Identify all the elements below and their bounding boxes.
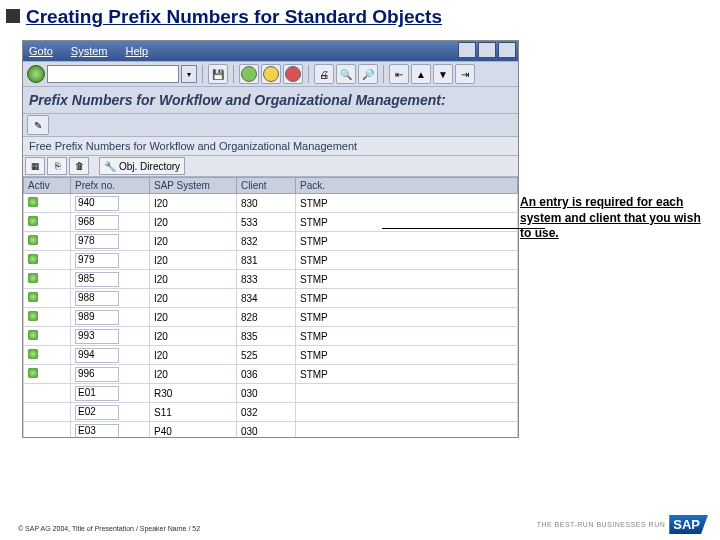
cell-activ (24, 384, 71, 403)
cell-system: P40 (150, 422, 237, 438)
new-entry-icon[interactable]: ▦ (25, 157, 45, 175)
enter-icon[interactable] (27, 65, 45, 83)
table-row[interactable]: 996I20036STMP (24, 365, 518, 384)
prev-page-icon[interactable]: ▲ (411, 64, 431, 84)
active-icon (28, 254, 38, 264)
callout-text: An entry is required for each system and… (520, 195, 705, 242)
table-row[interactable]: 985I20833STMP (24, 270, 518, 289)
cell-system: I20 (150, 232, 237, 251)
col-system: SAP System (150, 178, 237, 194)
table-row[interactable]: E01R30030 (24, 384, 518, 403)
cell-activ (24, 403, 71, 422)
col-prefix: Prefx no. (71, 178, 150, 194)
window-btn-3[interactable] (498, 42, 516, 58)
cell-activ (24, 327, 71, 346)
window-btn-1[interactable] (458, 42, 476, 58)
menu-help[interactable]: Help (126, 45, 149, 57)
cell-pack: STMP (296, 270, 518, 289)
cell-system: S11 (150, 403, 237, 422)
cell-prefix[interactable]: 985 (71, 270, 150, 289)
cell-prefix[interactable]: 979 (71, 251, 150, 270)
cell-client: 030 (237, 422, 296, 438)
cell-pack (296, 403, 518, 422)
table-row[interactable]: E02S11032 (24, 403, 518, 422)
grid-container: Activ Prefx no. SAP System Client Pack. … (23, 177, 518, 437)
cell-activ (24, 422, 71, 438)
cell-prefix[interactable]: 994 (71, 346, 150, 365)
command-dropdown[interactable]: ▾ (181, 65, 197, 83)
window-btn-2[interactable] (478, 42, 496, 58)
title-bullet (6, 9, 20, 23)
cell-client: 032 (237, 403, 296, 422)
back-icon[interactable] (239, 64, 259, 84)
table-row[interactable]: E03P40030 (24, 422, 518, 438)
table-row[interactable]: 940I20830STMP (24, 194, 518, 213)
menu-system[interactable]: System (71, 45, 108, 57)
display-change-icon[interactable]: ✎ (27, 115, 49, 135)
cell-client: 533 (237, 213, 296, 232)
cell-prefix[interactable]: 940 (71, 194, 150, 213)
screen-title: Prefix Numbers for Workflow and Organiza… (23, 87, 518, 114)
cell-pack: STMP (296, 251, 518, 270)
sap-tagline: THE BEST-RUN BUSINESSES RUN (537, 521, 666, 528)
next-page-icon[interactable]: ▼ (433, 64, 453, 84)
active-icon (28, 349, 38, 359)
cell-prefix[interactable]: 993 (71, 327, 150, 346)
col-activ: Activ (24, 178, 71, 194)
cancel-icon[interactable] (283, 64, 303, 84)
active-icon (28, 330, 38, 340)
cell-prefix[interactable]: E01 (71, 384, 150, 403)
last-page-icon[interactable]: ⇥ (455, 64, 475, 84)
cell-pack (296, 384, 518, 403)
cell-activ (24, 289, 71, 308)
cell-system: I20 (150, 270, 237, 289)
cell-prefix[interactable]: 978 (71, 232, 150, 251)
table-row[interactable]: 989I20828STMP (24, 308, 518, 327)
find-icon[interactable]: 🔍 (336, 64, 356, 84)
copy-icon[interactable]: ⎘ (47, 157, 67, 175)
cell-activ (24, 308, 71, 327)
cell-client: 036 (237, 365, 296, 384)
col-pack: Pack. (296, 178, 518, 194)
active-icon (28, 197, 38, 207)
cell-prefix[interactable]: 968 (71, 213, 150, 232)
cell-system: I20 (150, 289, 237, 308)
active-icon (28, 273, 38, 283)
cell-prefix[interactable]: 989 (71, 308, 150, 327)
table-row[interactable]: 993I20835STMP (24, 327, 518, 346)
cell-system: I20 (150, 365, 237, 384)
table-row[interactable]: 978I20832STMP (24, 232, 518, 251)
first-page-icon[interactable]: ⇤ (389, 64, 409, 84)
delete-icon[interactable]: 🗑 (69, 157, 89, 175)
cell-prefix[interactable]: E03 (71, 422, 150, 438)
cell-client: 835 (237, 327, 296, 346)
group-title: Free Prefix Numbers for Workflow and Org… (23, 137, 518, 156)
table-row[interactable]: 979I20831STMP (24, 251, 518, 270)
cell-client: 831 (237, 251, 296, 270)
command-field[interactable] (47, 65, 179, 83)
active-icon (28, 311, 38, 321)
obj-directory-button[interactable]: 🔧Obj. Directory (99, 157, 185, 175)
table-row[interactable]: 994I20525STMP (24, 346, 518, 365)
cell-activ (24, 213, 71, 232)
cell-activ (24, 232, 71, 251)
cell-prefix[interactable]: E02 (71, 403, 150, 422)
col-client: Client (237, 178, 296, 194)
cell-pack: STMP (296, 346, 518, 365)
footer: © SAP AG 2004, Title of Presentation / S… (18, 525, 200, 532)
cell-prefix[interactable]: 988 (71, 289, 150, 308)
sap-window: Goto System Help ▾ 💾 🖨 🔍 🔎 ⇤ ▲ ▼ ⇥ Prefi… (22, 40, 519, 438)
cell-activ (24, 194, 71, 213)
cell-pack: STMP (296, 194, 518, 213)
cell-pack: STMP (296, 327, 518, 346)
slide-title: Creating Prefix Numbers for Standard Obj… (0, 0, 720, 32)
print-icon[interactable]: 🖨 (314, 64, 334, 84)
cell-client: 830 (237, 194, 296, 213)
exit-icon[interactable] (261, 64, 281, 84)
sap-logo: SAP (669, 515, 708, 534)
find-next-icon[interactable]: 🔎 (358, 64, 378, 84)
save-icon[interactable]: 💾 (208, 64, 228, 84)
table-row[interactable]: 988I20834STMP (24, 289, 518, 308)
cell-prefix[interactable]: 996 (71, 365, 150, 384)
menu-goto[interactable]: Goto (29, 45, 53, 57)
